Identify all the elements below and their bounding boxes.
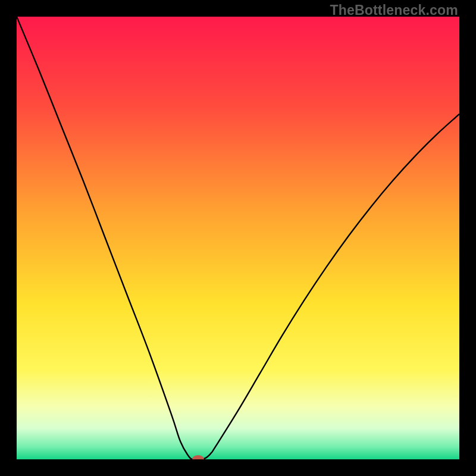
gradient-background bbox=[17, 17, 459, 459]
watermark-text: TheBottleneck.com bbox=[330, 2, 458, 18]
plot-area bbox=[17, 17, 459, 459]
chart-frame: TheBottleneck.com bbox=[0, 0, 476, 476]
bottleneck-chart bbox=[17, 17, 459, 459]
